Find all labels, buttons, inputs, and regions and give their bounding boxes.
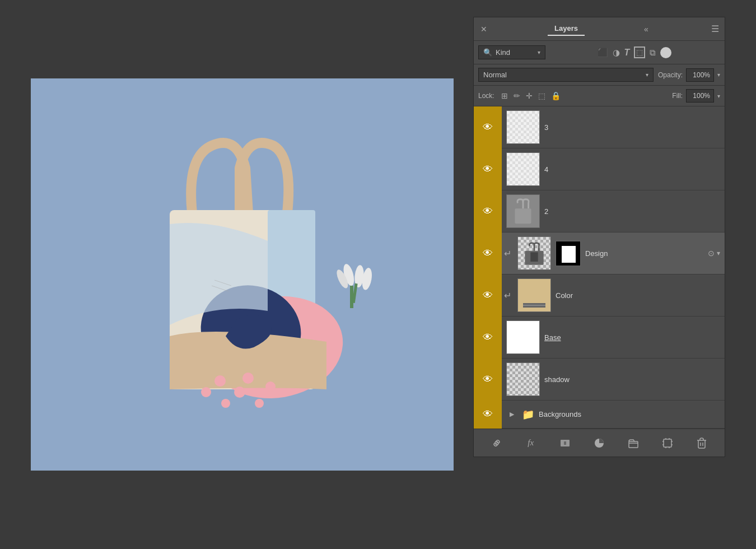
layer-item-design[interactable]: 👁 ↵ Design ⊙ ▾ (474, 232, 725, 274)
new-group-button[interactable] (624, 434, 643, 453)
svg-point-9 (265, 381, 276, 392)
fill-value[interactable]: 100% (686, 89, 714, 103)
layer-design-chevron[interactable]: ▾ (717, 249, 720, 257)
layer-3-thumb (506, 110, 540, 144)
lock-position-icon[interactable]: ✛ (526, 91, 533, 100)
layer-shadow-name: shadow (544, 375, 725, 384)
kind-dropdown[interactable]: 🔍 Kind ▾ (478, 45, 545, 59)
opacity-dropdown-arrow[interactable]: ▾ (717, 72, 720, 78)
layer-backgrounds-visibility[interactable]: 👁 (474, 401, 502, 429)
panel-titlebar: ✕ Layers « ☰ (474, 17, 725, 41)
svg-rect-14 (350, 286, 353, 308)
layer-base-thumb (506, 320, 540, 354)
layer-4-visibility[interactable]: 👁 (474, 148, 502, 190)
svg-point-7 (221, 399, 230, 408)
layer-base-name: Base (544, 333, 725, 342)
fx-button[interactable]: fx (521, 434, 540, 453)
layer-2-name: 2 (544, 207, 725, 216)
blend-mode-dropdown[interactable]: Normal ▾ (478, 68, 654, 82)
adjustment-filter-icon[interactable]: ◑ (613, 48, 620, 58)
layer-4-thumb (506, 152, 540, 186)
svg-point-4 (214, 375, 226, 387)
layer-design-name: Design (585, 249, 706, 258)
eye-icon-color: 👁 (483, 290, 493, 301)
tote-bag-image (102, 112, 382, 437)
link-arrow-color: ↵ (502, 290, 513, 301)
layer-color-name: Color (556, 291, 725, 300)
layers-list[interactable]: 👁 3 👁 4 👁 (474, 106, 725, 429)
layer-group-backgrounds[interactable]: 👁 ▶ 📁 Backgrounds (474, 401, 725, 429)
eye-icon-design: 👁 (483, 248, 493, 259)
lock-icons: ⊞ ✏ ✛ ⬚ 🔒 (501, 91, 561, 100)
layer-color-visibility[interactable]: 👁 (474, 274, 502, 317)
svg-rect-21 (515, 208, 531, 224)
layer-item-base[interactable]: 👁 Base (474, 317, 725, 359)
opacity-section: Opacity: 100% ▾ (658, 68, 720, 82)
filter-icons: ⬛ ◑ T ⬚ ⧉ (549, 46, 720, 58)
layers-tab[interactable]: Layers (548, 22, 585, 36)
lock-pixels-icon[interactable]: ⊞ (501, 91, 508, 100)
blend-dropdown-arrow: ▾ (646, 72, 648, 78)
smart-filter-icon[interactable]: ⧉ (650, 48, 656, 58)
add-mask-button[interactable] (556, 434, 575, 453)
layer-2-thumb (506, 194, 540, 228)
new-artboard-button[interactable] (658, 434, 677, 453)
kind-label: Kind (496, 48, 510, 57)
fill-dropdown-arrow[interactable]: ▾ (717, 93, 720, 99)
close-button[interactable]: ✕ (479, 25, 488, 34)
layer-item-3[interactable]: 👁 3 (474, 106, 725, 148)
white-overlay (507, 111, 539, 143)
layer-item-2[interactable]: 👁 2 (474, 190, 725, 232)
bottom-toolbar: fx (474, 429, 725, 457)
eye-icon-shadow: 👁 (483, 374, 493, 385)
filter-bar: 🔍 Kind ▾ ⬛ ◑ T ⬚ ⧉ (474, 41, 725, 64)
shape-filter-icon[interactable]: ⬚ (634, 46, 645, 58)
svg-point-6 (255, 399, 264, 408)
lock-artboard-icon[interactable]: ⬚ (538, 91, 545, 100)
layer-item-shadow[interactable]: 👁 shadow (474, 359, 725, 401)
smart-object-icon: ⊙ (708, 249, 715, 258)
layer-shadow-thumb (506, 362, 540, 396)
group-expand-icon[interactable]: ▶ (506, 411, 517, 418)
svg-rect-28 (564, 441, 566, 445)
image-filter-icon[interactable]: ⬛ (598, 48, 608, 58)
layer-4-name: 4 (544, 165, 725, 174)
layers-panel: ✕ Layers « ☰ 🔍 Kind ▾ ⬛ ◑ T ⬚ ⧉ Normal ▾… (473, 17, 725, 457)
delete-layer-button[interactable] (692, 434, 711, 453)
layer-item-color[interactable]: 👁 ↵ Color (474, 274, 725, 317)
folder-icon: 📁 (522, 408, 534, 421)
canvas-area (31, 78, 454, 471)
opacity-value[interactable]: 100% (686, 68, 714, 82)
link-arrow-design: ↵ (502, 248, 513, 259)
link-layers-button[interactable] (487, 434, 506, 453)
layer-design-mask (556, 241, 581, 266)
layer-3-name: 3 (544, 123, 725, 132)
fx-label: fx (528, 438, 534, 448)
fill-section: Fill: 100% ▾ (672, 89, 720, 103)
layer-base-visibility[interactable]: 👁 (474, 317, 502, 359)
type-filter-icon[interactable]: T (624, 48, 630, 58)
layer-shadow-visibility[interactable]: 👁 (474, 359, 502, 401)
svg-point-10 (201, 387, 211, 397)
layer-2-visibility[interactable]: 👁 (474, 190, 502, 232)
new-adjustment-button[interactable] (590, 434, 609, 453)
eye-icon-2: 👁 (483, 206, 493, 217)
lock-all-icon[interactable]: 🔒 (551, 91, 561, 100)
collapse-button[interactable]: « (644, 25, 647, 34)
layer-item-4[interactable]: 👁 4 (474, 148, 725, 190)
color-filter-icon[interactable] (660, 47, 671, 58)
svg-rect-24 (530, 252, 538, 262)
svg-rect-30 (629, 441, 638, 448)
lock-row: Lock: ⊞ ✏ ✛ ⬚ 🔒 Fill: 100% ▾ (474, 86, 725, 106)
layer-3-visibility[interactable]: 👁 (474, 106, 502, 148)
eye-icon-4: 👁 (483, 164, 493, 175)
panel-tabs: Layers (548, 22, 585, 36)
eye-icon-base: 👁 (483, 332, 493, 343)
menu-button[interactable]: ☰ (711, 24, 719, 34)
checker-bg-shadow (507, 363, 539, 396)
fill-label: Fill: (672, 92, 683, 100)
white-overlay-4 (507, 153, 539, 185)
layer-design-visibility[interactable]: 👁 (474, 232, 502, 274)
lock-paint-icon[interactable]: ✏ (514, 91, 520, 100)
blend-row: Normal ▾ Opacity: 100% ▾ (474, 64, 725, 86)
